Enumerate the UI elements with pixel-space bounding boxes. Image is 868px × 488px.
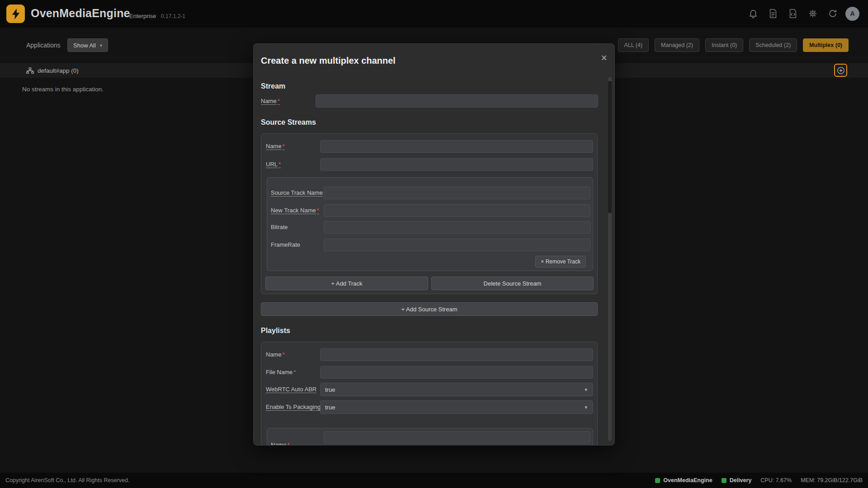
new-track-name-label: New Track Name* (271, 207, 319, 214)
service-status-origin: OvenMediaEngine (655, 477, 712, 483)
user-avatar[interactable]: A (845, 7, 859, 21)
config-button[interactable] (786, 6, 800, 21)
playlist-file-name-label: File Name* (266, 369, 296, 375)
enable-ts-packaging-label: Enable Ts Packaging (266, 404, 321, 410)
logs-button[interactable] (766, 6, 780, 21)
remove-track-button[interactable]: × Remove Track (535, 256, 586, 267)
tab-instant[interactable]: Instant (0) (705, 38, 743, 52)
delete-source-stream-button[interactable]: Delete Source Stream (431, 277, 594, 290)
brand-logo (6, 5, 25, 23)
stream-section-heading: Stream (261, 82, 285, 90)
code-file-icon (788, 9, 797, 19)
status-ok-icon (655, 478, 660, 483)
source-name-input[interactable] (320, 140, 593, 153)
bell-icon (748, 9, 758, 19)
applications-label: Applications (26, 42, 61, 49)
status-bar: Copyright AirenSoft Co., Ltd. All Rights… (0, 473, 868, 488)
tab-all[interactable]: ALL (4) (618, 38, 649, 52)
modal-scrollbar-thumb[interactable] (608, 81, 612, 213)
rendition-name-input[interactable] (324, 431, 590, 444)
settings-button[interactable] (806, 6, 820, 21)
required-marker: * (283, 143, 285, 150)
filter-tabs: ALL (4) Managed (2) Instant (0) Schedule… (618, 38, 849, 52)
service-status-delivery: Delivery (722, 477, 752, 483)
add-track-button[interactable]: + Add Track (265, 277, 428, 290)
reload-button[interactable] (826, 6, 840, 21)
source-stream-group: Name* URL* Source Track Name* New Track … (261, 133, 598, 294)
source-track-name-input[interactable] (324, 187, 590, 199)
screen: OvenMediaEngine Enterprise 0.17.1.2-1 A … (0, 0, 868, 488)
status-ok-icon (722, 478, 726, 483)
tab-scheduled[interactable]: Scheduled (2) (749, 38, 797, 52)
stream-name-label: Name* (261, 98, 280, 104)
create-multiplex-channel-modal: Create a new multiplex channel × Stream … (253, 43, 615, 446)
webrtc-auto-abr-value: true (325, 386, 335, 393)
plus-circle-icon (837, 66, 845, 75)
framerate-input[interactable] (324, 239, 590, 251)
enable-ts-packaging-value: true (325, 404, 335, 411)
required-marker: * (293, 369, 296, 375)
source-url-input[interactable] (320, 158, 593, 171)
close-icon[interactable]: × (601, 53, 607, 63)
framerate-label: FrameRate (271, 241, 300, 248)
service-name: Delivery (730, 477, 752, 483)
gear-icon (808, 9, 818, 19)
cpu-usage: CPU: 7.67% (760, 477, 792, 483)
required-marker: * (278, 98, 280, 104)
rendition-group: Name* (267, 428, 593, 446)
refresh-icon (828, 9, 838, 19)
webrtc-auto-abr-label: WebRTC Auto ABR (266, 386, 316, 393)
log-file-icon (769, 9, 778, 19)
source-url-label: URL* (266, 161, 281, 168)
copyright-text: Copyright AirenSoft Co., Ltd. All Rights… (5, 477, 129, 483)
required-marker: * (288, 441, 290, 446)
playlist-name-input[interactable] (320, 348, 593, 361)
track-group: Source Track Name* New Track Name* Bitra… (267, 177, 593, 271)
header-icons: A (746, 6, 859, 21)
memory-usage: MEM: 79.2GiB/122.7GiB (801, 477, 863, 483)
app-title: OvenMediaEngine (31, 7, 130, 20)
required-marker: * (317, 207, 319, 214)
playlist-name-label: Name* (266, 351, 285, 358)
playlist-group: Name* File Name* WebRTC Auto ABR true ▾ … (261, 342, 598, 446)
empty-streams-message: No streams in this application. (22, 86, 104, 93)
modal-scrollbar-track[interactable] (608, 77, 612, 441)
show-all-label: Show All (73, 42, 96, 49)
playlists-section-heading: Playlists (261, 327, 290, 335)
service-name: OvenMediaEngine (663, 477, 712, 483)
modal-title: Create a new multiplex channel (261, 56, 396, 66)
notifications-button[interactable] (746, 6, 760, 21)
source-name-label: Name* (266, 143, 285, 150)
lightning-bolt-icon (11, 8, 21, 20)
chevron-down-icon: ▾ (585, 387, 587, 393)
tab-multiplex[interactable]: Multiplex (0) (803, 38, 849, 52)
tab-managed[interactable]: Managed (2) (655, 38, 699, 52)
required-marker: * (278, 161, 281, 168)
status-indicators: OvenMediaEngine Delivery CPU: 7.67% MEM:… (655, 477, 863, 483)
bitrate-input[interactable] (324, 221, 590, 234)
show-all-dropdown[interactable]: Show All ▾ (67, 38, 108, 52)
add-source-stream-button[interactable]: + Add Source Stream (261, 302, 598, 316)
new-track-name-input[interactable] (324, 204, 590, 217)
rendition-name-label: Name* (271, 441, 290, 446)
version-label: 0.17.1.2-1 (161, 13, 185, 19)
edition-label: Enterprise (129, 13, 156, 19)
source-streams-section-heading: Source Streams (261, 118, 316, 127)
playlist-file-name-input[interactable] (320, 366, 593, 379)
add-multiplex-channel-button[interactable] (834, 64, 847, 77)
top-bar: OvenMediaEngine Enterprise 0.17.1.2-1 A (0, 0, 868, 28)
sitemap-icon (26, 67, 34, 74)
webrtc-auto-abr-select[interactable]: true ▾ (320, 383, 593, 396)
stream-name-input[interactable] (316, 94, 598, 108)
source-track-name-label: Source Track Name* (271, 189, 326, 196)
required-marker: * (283, 351, 285, 358)
enable-ts-packaging-select[interactable]: true ▾ (320, 400, 593, 414)
chevron-down-icon: ▾ (585, 404, 587, 410)
application-name: default#app (0) (38, 67, 79, 74)
bitrate-label: Bitrate (271, 224, 288, 230)
chevron-down-icon: ▾ (100, 43, 102, 48)
